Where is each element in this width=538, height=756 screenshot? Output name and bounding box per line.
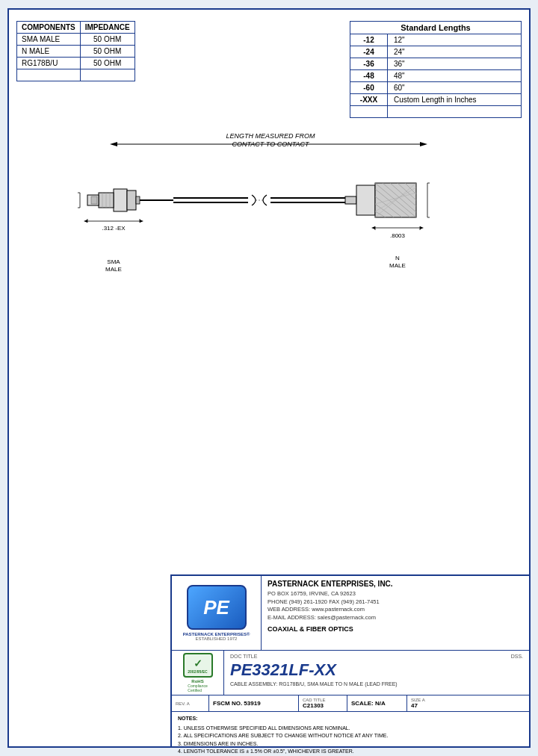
component-row-3: RG178B/U 50 OHM [17, 58, 135, 69]
svg-text:.8003: .8003 [390, 232, 406, 239]
title-block: PE PASTERNACK ENTERPRISES® ESTABLISHED 1… [170, 574, 529, 746]
note-3: 3. DIMENSIONS ARE IN INCHES. [178, 740, 523, 749]
svg-rect-14 [91, 196, 97, 204]
length-row-24: -24 24" [350, 46, 522, 58]
rohs-section: ✓ 2002/95/EC RoHS ComplianceCertified [172, 651, 224, 695]
part-number: PE3321LF-XX [230, 660, 523, 680]
svg-text:LENGTH MEASURED FROM: LENGTH MEASURED FROM [226, 132, 315, 140]
notes-title: NOTES: [178, 715, 523, 723]
component-row-1: SMA MALE 50 OHM [17, 34, 135, 46]
rohs-check-icon: ✓ [194, 657, 202, 669]
company-info: PASTERNACK ENTERPRISES, INC. PO BOX 1675… [262, 576, 529, 650]
email-label: E-MAIL ADDRESS: sales@pasternack.com [268, 614, 523, 622]
svg-rect-5 [114, 189, 127, 211]
drawing-page: COMPONENTS IMPEDANCE SMA MALE 50 OHM N M… [7, 8, 531, 748]
svg-text:MALE: MALE [105, 266, 122, 273]
lengths-header: Standard Lengths [350, 22, 522, 34]
web-label: WEB ADDRESS: www.pasternack.com [268, 606, 523, 614]
doc-title-value: CABLE ASSEMBLY: RG178B/U, SMA MALE TO N … [230, 681, 523, 687]
cad-value: C21303 [303, 702, 343, 709]
cad-cell: CAD TITLE C21303 [299, 695, 347, 711]
svg-rect-7 [136, 196, 140, 204]
doc-title-label: DOC TITLE [230, 654, 257, 659]
svg-marker-19 [140, 220, 143, 223]
components-table: COMPONENTS IMPEDANCE SMA MALE 50 OHM N M… [16, 21, 135, 81]
component-row-empty [17, 69, 135, 81]
dss-label: DSS. [511, 654, 523, 659]
scale-cell: SCALE: N/A [347, 695, 407, 711]
components-header: COMPONENTS [17, 22, 81, 34]
svg-text:N: N [395, 255, 400, 261]
size-cell: SIZE A 47 [407, 695, 529, 711]
impedance-header: IMPEDANCE [80, 22, 134, 34]
svg-text:.312 -EX: .312 -EX [102, 225, 126, 232]
svg-marker-2 [420, 142, 427, 146]
svg-rect-30 [356, 185, 375, 215]
company-name: PASTERNACK ENTERPRISES, INC. [268, 580, 523, 588]
pe-established: ESTABLISHED 1972 [196, 636, 238, 641]
svg-text:MALE: MALE [389, 262, 406, 269]
length-row-36: -36 36" [350, 58, 522, 70]
svg-marker-47 [371, 226, 375, 229]
notes-section: NOTES: 1. UNLESS OTHERWISE SPECIFIED ALL… [172, 712, 529, 756]
note-2: 2. ALL SPECIFICATIONS ARE SUBJECT TO CHA… [178, 732, 523, 740]
svg-text:CONTACT TO CONTACT: CONTACT TO CONTACT [232, 140, 310, 148]
rev-label: REV. A [176, 701, 205, 706]
coaxial-label: COAXIAL & FIBER OPTICS [268, 625, 523, 633]
scale-value: SCALE: N/A [351, 700, 403, 707]
doc-title-row: ✓ 2002/95/EC RoHS ComplianceCertified DO… [172, 651, 529, 695]
length-row-60: -60 60" [350, 82, 522, 94]
rev-cell: REV. A [172, 695, 209, 711]
size-value: 47 [411, 702, 525, 709]
svg-marker-48 [420, 226, 424, 229]
length-row-12: -12 12" [350, 34, 522, 46]
address-line1: PO BOX 16759, IRVINE, CA 92623 [268, 590, 523, 598]
company-logo-section: PE PASTERNACK ENTERPRISES® ESTABLISHED 1… [172, 576, 262, 650]
title-block-header: PE PASTERNACK ENTERPRISES® ESTABLISHED 1… [172, 576, 529, 651]
svg-rect-6 [127, 190, 136, 210]
svg-text:SMA: SMA [107, 258, 120, 265]
svg-marker-1 [110, 142, 117, 146]
fscm-value: FSCM NO. 53919 [213, 700, 294, 707]
component-row-2: N MALE 50 OHM [17, 46, 135, 58]
rohs-badge: ✓ 2002/95/EC [183, 653, 213, 678]
svg-marker-18 [84, 220, 87, 223]
svg-rect-29 [345, 196, 356, 204]
length-row-48: -48 48" [350, 70, 522, 82]
cable-diagram: LENGTH MEASURED FROM CONTACT TO CONTACT … [54, 99, 487, 338]
rohs-cert: ComplianceCertified [188, 684, 207, 693]
phone-line: PHONE (949) 261-1920 FAX (949) 261-7451 [268, 598, 523, 607]
note-4: 4. LENGTH TOLERANCE IS ± 1.5% OR ±0.5", … [178, 748, 523, 756]
pe-logo: PE [187, 585, 247, 630]
rohs-text: 2002/95/EC [188, 669, 207, 674]
note-1: 1. UNLESS OTHERWISE SPECIFIED ALL DIMENS… [178, 725, 523, 733]
rev-row: REV. A FSCM NO. 53919 CAD TITLE C21303 S… [172, 695, 529, 712]
title-content: DOC TITLE DSS. PE3321LF-XX CABLE ASSEMBL… [224, 651, 529, 695]
fscm-cell: FSCM NO. 53919 [209, 695, 299, 711]
